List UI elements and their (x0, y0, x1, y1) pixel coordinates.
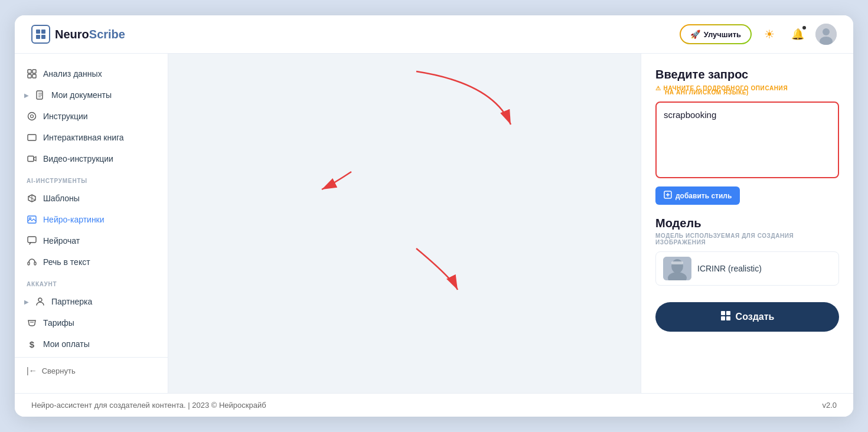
model-name: ICRINR (realistic) (697, 264, 762, 273)
svg-rect-35 (671, 261, 683, 264)
sidebar-item-partner[interactable]: ▶ Партнерка (15, 291, 168, 312)
warning-icon: ⚠ (655, 85, 661, 91)
speech-label: Речь в текст (43, 257, 90, 267)
logo-text: NeuroScribe (55, 28, 125, 41)
header-right: 🚀 Улучшить ☀ 🔔 (680, 24, 837, 45)
footer-version: v2.0 (822, 401, 837, 410)
svg-rect-37 (726, 311, 730, 315)
sidebar-item-templates[interactable]: Шаблоны (15, 188, 168, 209)
main-content (168, 54, 641, 393)
svg-rect-2 (36, 35, 40, 39)
sidebar-item-tariffs[interactable]: Тарифы (15, 312, 168, 333)
rocket-icon: 🚀 (690, 30, 700, 39)
notifications-button[interactable]: 🔔 (787, 24, 808, 45)
headphone-icon (27, 257, 37, 267)
avatar[interactable] (815, 24, 837, 45)
instructions-label: Инструкции (43, 112, 88, 121)
svg-rect-10 (32, 74, 36, 78)
body: Анализ данных ▶ Мои документы (15, 54, 853, 393)
chat-icon (27, 235, 37, 246)
model-title: Модель (655, 217, 839, 230)
docs-icon (35, 90, 45, 100)
model-selector[interactable]: ICRINR (realistic) (655, 251, 839, 286)
my-docs-label: Мои документы (51, 90, 112, 100)
payments-label: Мои оплаты (43, 339, 90, 349)
templates-label: Шаблоны (43, 194, 80, 203)
bell-icon: 🔔 (791, 28, 804, 41)
svg-rect-21 (28, 237, 36, 243)
analytics-label: Анализ данных (43, 69, 102, 78)
model-thumbnail (663, 257, 691, 280)
payments-icon: $ (27, 339, 37, 349)
sidebar-item-video[interactable]: Видео-инструкции (15, 148, 168, 169)
book-icon (27, 132, 37, 143)
theme-toggle-button[interactable]: ☀ (759, 24, 780, 45)
app-container: NeuroScribe 🚀 Улучшить ☀ 🔔 (15, 15, 853, 417)
svg-rect-17 (28, 135, 36, 140)
create-icon (720, 310, 731, 323)
logo-icon (31, 25, 50, 44)
footer: Нейро-ассистент для создателей контента.… (15, 393, 853, 417)
svg-point-24 (38, 298, 42, 302)
svg-rect-9 (28, 74, 31, 78)
create-button[interactable]: Создать (655, 302, 839, 332)
svg-rect-39 (726, 316, 730, 320)
svg-rect-3 (41, 35, 45, 39)
neuro-images-label: Нейро-картинки (43, 215, 105, 224)
analytics-icon (27, 68, 37, 79)
query-subtitle2: НА АНГЛИЙСКОМ ЯЗЫКЕ) (655, 89, 839, 96)
svg-rect-18 (28, 156, 34, 162)
svg-rect-19 (28, 216, 36, 223)
svg-rect-38 (721, 316, 725, 320)
sidebar-item-payments[interactable]: $ Мои оплаты (15, 333, 168, 355)
neuro-chat-label: Нейрочат (43, 236, 80, 246)
model-subtitle: МОДЕЛЬ ИСПОЛЬЗУЕМАЯ ДЛЯ СОЗДАНИЯ ИЗОБРАЖ… (655, 233, 839, 246)
arrow-to-neuro-images (168, 54, 641, 393)
sidebar-item-interactive-book[interactable]: Интерактивная книга (15, 127, 168, 148)
footer-copyright: Нейро-ассистент для создателей контента.… (31, 401, 266, 410)
sidebar-item-my-docs[interactable]: ▶ Мои документы (15, 84, 168, 106)
svg-rect-8 (32, 70, 36, 73)
upgrade-button[interactable]: 🚀 Улучшить (680, 24, 752, 44)
tariffs-icon (27, 318, 37, 328)
neuro-images-icon (27, 214, 37, 225)
arrow-to-textarea (168, 54, 641, 393)
svg-rect-22 (28, 262, 30, 265)
svg-rect-36 (721, 311, 725, 315)
add-style-button[interactable]: добавить стиль (655, 186, 740, 205)
interactive-book-label: Интерактивная книга (43, 133, 124, 142)
sidebar-item-analytics[interactable]: Анализ данных (15, 63, 168, 84)
model-section: Модель МОДЕЛЬ ИСПОЛЬЗУЕМАЯ ДЛЯ СОЗДАНИЯ … (655, 217, 839, 286)
expand-arrow-icon: ▶ (24, 92, 29, 99)
header: NeuroScribe 🚀 Улучшить ☀ 🔔 (15, 15, 853, 54)
sidebar-item-instructions[interactable]: Инструкции (15, 106, 168, 127)
query-title: Введите запрос (655, 68, 839, 81)
svg-rect-7 (28, 70, 31, 73)
sidebar-footer: |← Свернуть (15, 357, 168, 384)
video-icon (27, 153, 37, 164)
svg-point-33 (671, 259, 683, 273)
ai-tools-section-label: AI-ИНСТРУМЕНТЫ (15, 169, 168, 188)
video-label: Видео-инструкции (43, 154, 113, 163)
sidebar: Анализ данных ▶ Мои документы (15, 54, 168, 393)
sidebar-item-neuro-images[interactable]: Нейро-картинки (15, 209, 168, 230)
logo: NeuroScribe (31, 25, 125, 44)
expand-arrow-partner-icon: ▶ (24, 299, 29, 305)
query-input[interactable]: scrapbooking (655, 102, 839, 178)
notification-dot (802, 26, 806, 30)
partner-icon (35, 296, 45, 307)
svg-point-5 (823, 28, 830, 35)
svg-point-15 (28, 113, 36, 120)
account-section-label: АККАУНТ (15, 273, 168, 291)
right-panel: Введите запрос ⚠ НАЧНИТЕ С ПОДРОБНОГО ОП… (641, 54, 853, 393)
sidebar-nav: Анализ данных ▶ Мои документы (15, 63, 168, 357)
sidebar-item-neuro-chat[interactable]: Нейрочат (15, 230, 168, 251)
query-section: Введите запрос ⚠ НАЧНИТЕ С ПОДРОБНОГО ОП… (655, 68, 839, 205)
sidebar-item-speech[interactable]: Речь в текст (15, 251, 168, 273)
instructions-icon (27, 111, 37, 122)
svg-rect-23 (34, 262, 36, 265)
collapse-icon: |← (27, 366, 37, 375)
partner-label: Партнерка (51, 297, 92, 306)
add-style-icon (664, 191, 672, 201)
collapse-button[interactable]: |← Свернуть (27, 366, 76, 375)
